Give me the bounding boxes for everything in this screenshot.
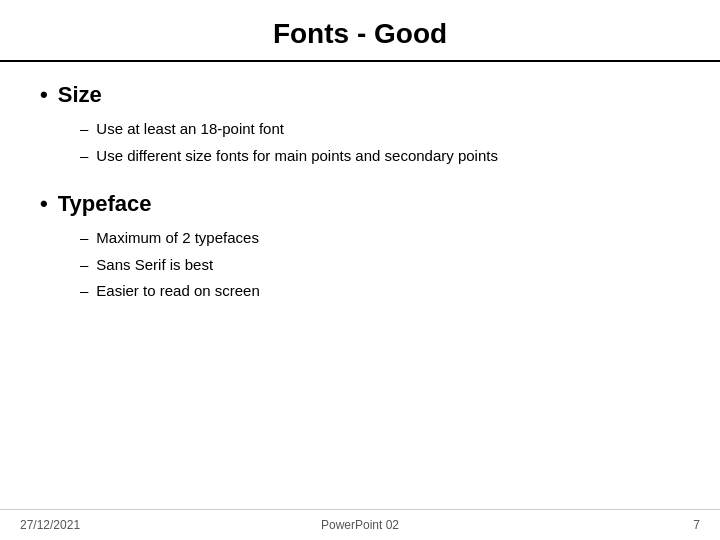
slide-title: Fonts - Good — [40, 18, 680, 50]
sub-bullet-typeface-0: – Maximum of 2 typefaces — [80, 227, 680, 250]
slide-footer: 27/12/2021 PowerPoint 02 7 — [0, 509, 720, 540]
dash-typeface-2: – — [80, 280, 88, 303]
sub-bullet-typeface-2: – Easier to read on screen — [80, 280, 680, 303]
slide-content: • Size – Use at least an 18-point font –… — [0, 62, 720, 540]
sub-bullet-text-typeface-0: Maximum of 2 typefaces — [96, 227, 259, 250]
slide-header: Fonts - Good — [0, 0, 720, 62]
footer-date: 27/12/2021 — [20, 518, 80, 532]
bullet-symbol-typeface: • — [40, 191, 48, 217]
sub-bullet-text-size-0: Use at least an 18-point font — [96, 118, 284, 141]
bullet-main-typeface: • Typeface — [40, 191, 680, 217]
slide: Fonts - Good • Size – Use at least an 18… — [0, 0, 720, 540]
section-typeface: • Typeface – Maximum of 2 typefaces – Sa… — [40, 191, 680, 303]
bullet-label-typeface: Typeface — [58, 191, 152, 217]
dash-typeface-0: – — [80, 227, 88, 250]
section-size: • Size – Use at least an 18-point font –… — [40, 82, 680, 167]
sub-bullet-text-typeface-2: Easier to read on screen — [96, 280, 259, 303]
bullet-main-size: • Size — [40, 82, 680, 108]
footer-center: PowerPoint 02 — [321, 518, 399, 532]
dash-typeface-1: – — [80, 254, 88, 277]
sub-bullet-text-typeface-1: Sans Serif is best — [96, 254, 213, 277]
dash-size-0: – — [80, 118, 88, 141]
sub-bullet-typeface-1: – Sans Serif is best — [80, 254, 680, 277]
sub-bullets-size: – Use at least an 18-point font – Use di… — [40, 118, 680, 167]
sub-bullet-size-1: – Use different size fonts for main poin… — [80, 145, 680, 168]
footer-page: 7 — [693, 518, 700, 532]
bullet-label-size: Size — [58, 82, 102, 108]
sub-bullets-typeface: – Maximum of 2 typefaces – Sans Serif is… — [40, 227, 680, 303]
bullet-symbol-size: • — [40, 82, 48, 108]
sub-bullet-size-0: – Use at least an 18-point font — [80, 118, 680, 141]
dash-size-1: – — [80, 145, 88, 168]
sub-bullet-text-size-1: Use different size fonts for main points… — [96, 145, 498, 168]
